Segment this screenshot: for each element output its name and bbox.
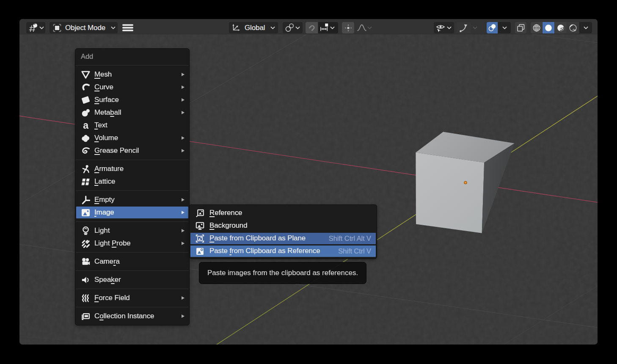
svg-text:a: a (83, 121, 88, 130)
